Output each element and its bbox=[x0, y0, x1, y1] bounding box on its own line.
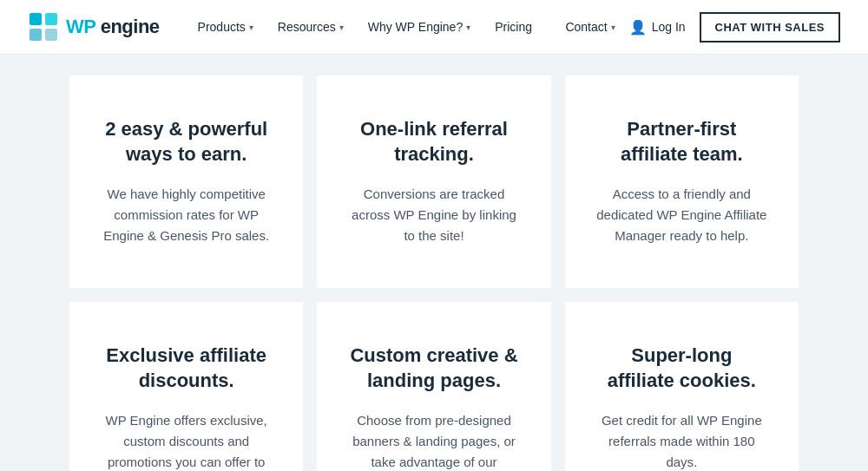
feature-card-4: Custom creative & landing pages. Choose … bbox=[317, 302, 550, 471]
card-title: Super-long affiliate cookies. bbox=[596, 343, 767, 393]
logo-text: WP engine bbox=[66, 16, 160, 38]
cards-grid: 2 easy & powerful ways to earn. We have … bbox=[69, 75, 799, 471]
card-body: Conversions are tracked across WP Engine… bbox=[348, 184, 519, 246]
chevron-down-icon: ▾ bbox=[611, 23, 615, 32]
chevron-down-icon: ▾ bbox=[466, 23, 470, 32]
nav-left: WP engine Products ▾ Resources ▾ Why WP … bbox=[28, 11, 542, 43]
feature-card-1: One-link referral tracking. Conversions … bbox=[317, 75, 550, 288]
svg-rect-0 bbox=[30, 13, 42, 25]
card-title: Exclusive affiliate discounts. bbox=[101, 343, 272, 393]
user-icon: 👤 bbox=[629, 19, 647, 36]
nav-right: Contact ▾ 👤 Log In CHAT WITH SALES bbox=[565, 12, 840, 43]
nav-contact[interactable]: Contact ▾ bbox=[565, 20, 615, 34]
feature-card-0: 2 easy & powerful ways to earn. We have … bbox=[69, 75, 303, 288]
card-body: Get credit for all WP Engine referrals m… bbox=[596, 410, 767, 471]
navbar: WP engine Products ▾ Resources ▾ Why WP … bbox=[0, 0, 868, 55]
nav-why-wp-engine[interactable]: Why WP Engine? ▾ bbox=[358, 13, 481, 41]
nav-login[interactable]: 👤 Log In bbox=[629, 19, 686, 36]
nav-pricing[interactable]: Pricing bbox=[484, 13, 542, 41]
svg-rect-2 bbox=[30, 29, 42, 41]
chevron-down-icon: ▾ bbox=[339, 23, 344, 32]
chevron-down-icon: ▾ bbox=[249, 23, 253, 32]
chat-with-sales-button[interactable]: CHAT WITH SALES bbox=[700, 12, 840, 43]
feature-card-3: Exclusive affiliate discounts. WP Engine… bbox=[69, 302, 303, 471]
svg-rect-3 bbox=[45, 29, 57, 41]
card-title: 2 easy & powerful ways to earn. bbox=[101, 117, 272, 167]
card-title: Custom creative & landing pages. bbox=[348, 343, 519, 393]
nav-resources[interactable]: Resources ▾ bbox=[267, 13, 354, 41]
feature-card-2: Partner-first affiliate team. Access to … bbox=[565, 75, 799, 288]
card-body: Choose from pre-designed banners & landi… bbox=[348, 410, 519, 471]
card-title: Partner-first affiliate team. bbox=[596, 117, 767, 167]
svg-rect-1 bbox=[45, 13, 57, 25]
card-title: One-link referral tracking. bbox=[348, 117, 519, 167]
card-body: Access to a friendly and dedicated WP En… bbox=[596, 184, 767, 246]
card-body: WP Engine offers exclusive, custom disco… bbox=[101, 410, 272, 471]
nav-links: Products ▾ Resources ▾ Why WP Engine? ▾ … bbox=[187, 13, 542, 41]
logo-icon bbox=[28, 11, 59, 43]
logo[interactable]: WP engine bbox=[28, 11, 160, 43]
feature-card-5: Super-long affiliate cookies. Get credit… bbox=[565, 302, 799, 471]
card-body: We have highly competitive commission ra… bbox=[101, 184, 272, 246]
nav-products[interactable]: Products ▾ bbox=[187, 13, 264, 41]
main-content: 2 easy & powerful ways to earn. We have … bbox=[0, 55, 868, 471]
